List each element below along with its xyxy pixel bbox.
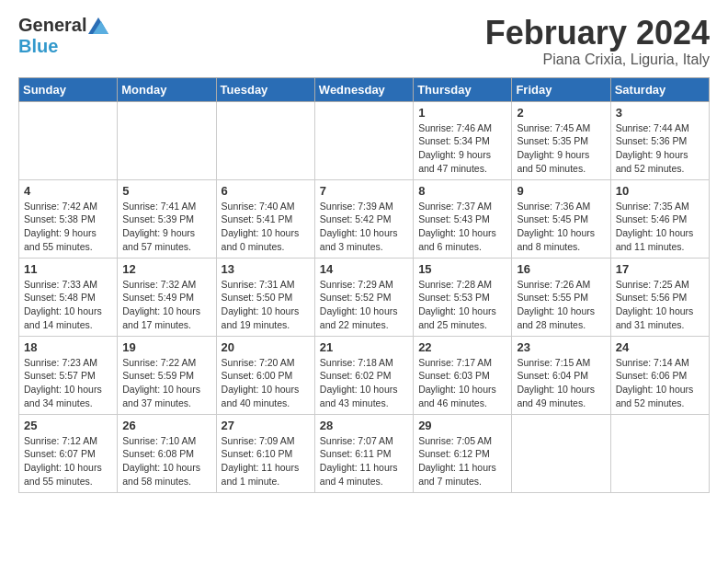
calendar-table: Sunday Monday Tuesday Wednesday Thursday… xyxy=(18,77,710,493)
day-cell: 24Sunrise: 7:14 AMSunset: 6:06 PMDayligh… xyxy=(610,336,709,414)
week-row-4: 25Sunrise: 7:12 AMSunset: 6:07 PMDayligh… xyxy=(19,414,710,492)
day-cell: 28Sunrise: 7:07 AMSunset: 6:11 PMDayligh… xyxy=(314,414,413,492)
day-info: Sunrise: 7:29 AMSunset: 5:52 PMDaylight:… xyxy=(320,278,408,332)
day-info: Sunrise: 7:44 AMSunset: 5:36 PMDaylight:… xyxy=(616,121,704,176)
day-info: Sunrise: 7:42 AMSunset: 5:38 PMDaylight:… xyxy=(24,200,112,254)
day-cell xyxy=(512,414,610,492)
header-saturday: Saturday xyxy=(610,77,709,101)
day-number: 15 xyxy=(418,262,506,276)
day-number: 4 xyxy=(24,184,112,198)
day-cell: 17Sunrise: 7:25 AMSunset: 5:56 PMDayligh… xyxy=(610,258,709,336)
day-number: 18 xyxy=(24,340,112,354)
day-info: Sunrise: 7:09 AMSunset: 6:10 PMDaylight:… xyxy=(222,434,310,488)
day-cell xyxy=(19,101,118,179)
day-number: 27 xyxy=(222,419,310,432)
day-number: 11 xyxy=(24,262,112,276)
day-number: 24 xyxy=(616,340,704,354)
day-number: 6 xyxy=(222,184,310,198)
week-row-3: 18Sunrise: 7:23 AMSunset: 5:57 PMDayligh… xyxy=(19,336,710,414)
day-cell: 1Sunrise: 7:46 AMSunset: 5:34 PMDaylight… xyxy=(414,101,512,179)
day-info: Sunrise: 7:10 AMSunset: 6:08 PMDaylight:… xyxy=(122,434,210,488)
day-number: 12 xyxy=(122,262,210,276)
day-number: 1 xyxy=(418,106,506,120)
day-cell: 8Sunrise: 7:37 AMSunset: 5:43 PMDaylight… xyxy=(414,179,512,258)
day-cell: 23Sunrise: 7:15 AMSunset: 6:04 PMDayligh… xyxy=(512,336,610,414)
day-cell: 6Sunrise: 7:40 AMSunset: 5:41 PMDaylight… xyxy=(216,179,314,258)
calendar-title: February 2024 xyxy=(485,15,710,52)
day-info: Sunrise: 7:25 AMSunset: 5:56 PMDaylight:… xyxy=(616,278,704,332)
day-number: 19 xyxy=(122,340,210,354)
day-info: Sunrise: 7:28 AMSunset: 5:53 PMDaylight:… xyxy=(418,278,506,332)
day-info: Sunrise: 7:40 AMSunset: 5:41 PMDaylight:… xyxy=(222,200,310,254)
day-number: 10 xyxy=(616,184,704,198)
day-number: 28 xyxy=(320,419,408,432)
header-sunday: Sunday xyxy=(19,77,118,101)
day-info: Sunrise: 7:22 AMSunset: 5:59 PMDaylight:… xyxy=(122,356,210,410)
day-cell: 25Sunrise: 7:12 AMSunset: 6:07 PMDayligh… xyxy=(19,414,118,492)
day-info: Sunrise: 7:20 AMSunset: 6:00 PMDaylight:… xyxy=(222,356,310,410)
calendar-subtitle: Piana Crixia, Liguria, Italy xyxy=(485,52,710,68)
day-cell: 16Sunrise: 7:26 AMSunset: 5:55 PMDayligh… xyxy=(512,258,610,336)
day-number: 8 xyxy=(418,184,506,198)
day-info: Sunrise: 7:36 AMSunset: 5:45 PMDaylight:… xyxy=(517,200,605,254)
day-info: Sunrise: 7:33 AMSunset: 5:48 PMDaylight:… xyxy=(24,278,112,332)
title-block: February 2024 Piana Crixia, Liguria, Ita… xyxy=(485,15,710,68)
day-number: 16 xyxy=(517,262,605,276)
day-info: Sunrise: 7:37 AMSunset: 5:43 PMDaylight:… xyxy=(418,200,506,254)
day-info: Sunrise: 7:17 AMSunset: 6:03 PMDaylight:… xyxy=(418,356,506,410)
day-info: Sunrise: 7:23 AMSunset: 5:57 PMDaylight:… xyxy=(24,356,112,410)
day-cell xyxy=(216,101,314,179)
day-number: 21 xyxy=(320,340,408,354)
header-thursday: Thursday xyxy=(414,77,512,101)
header-wednesday: Wednesday xyxy=(314,77,413,101)
day-info: Sunrise: 7:31 AMSunset: 5:50 PMDaylight:… xyxy=(222,278,310,332)
day-cell: 4Sunrise: 7:42 AMSunset: 5:38 PMDaylight… xyxy=(19,179,118,258)
day-number: 5 xyxy=(122,184,210,198)
day-cell: 14Sunrise: 7:29 AMSunset: 5:52 PMDayligh… xyxy=(314,258,413,336)
day-number: 17 xyxy=(616,262,704,276)
day-cell xyxy=(118,101,216,179)
day-info: Sunrise: 7:15 AMSunset: 6:04 PMDaylight:… xyxy=(517,356,605,410)
day-cell: 22Sunrise: 7:17 AMSunset: 6:03 PMDayligh… xyxy=(414,336,512,414)
day-cell: 26Sunrise: 7:10 AMSunset: 6:08 PMDayligh… xyxy=(118,414,216,492)
day-number: 14 xyxy=(320,262,408,276)
weekday-header-row: Sunday Monday Tuesday Wednesday Thursday… xyxy=(19,77,710,101)
day-number: 9 xyxy=(517,184,605,198)
day-number: 22 xyxy=(418,340,506,354)
day-cell: 2Sunrise: 7:45 AMSunset: 5:35 PMDaylight… xyxy=(512,101,610,179)
week-row-2: 11Sunrise: 7:33 AMSunset: 5:48 PMDayligh… xyxy=(19,258,710,336)
logo-general-text: General xyxy=(18,15,86,36)
day-cell xyxy=(314,101,413,179)
day-number: 7 xyxy=(320,184,408,198)
day-cell: 9Sunrise: 7:36 AMSunset: 5:45 PMDaylight… xyxy=(512,179,610,258)
day-info: Sunrise: 7:07 AMSunset: 6:11 PMDaylight:… xyxy=(320,434,408,488)
day-info: Sunrise: 7:32 AMSunset: 5:49 PMDaylight:… xyxy=(122,278,210,332)
week-row-0: 1Sunrise: 7:46 AMSunset: 5:34 PMDaylight… xyxy=(19,101,710,179)
day-info: Sunrise: 7:39 AMSunset: 5:42 PMDaylight:… xyxy=(320,200,408,254)
day-cell: 3Sunrise: 7:44 AMSunset: 5:36 PMDaylight… xyxy=(610,101,709,179)
day-cell xyxy=(610,414,709,492)
header-friday: Friday xyxy=(512,77,610,101)
day-info: Sunrise: 7:18 AMSunset: 6:02 PMDaylight:… xyxy=(320,356,408,410)
day-number: 20 xyxy=(222,340,310,354)
day-cell: 13Sunrise: 7:31 AMSunset: 5:50 PMDayligh… xyxy=(216,258,314,336)
day-number: 13 xyxy=(222,262,310,276)
day-info: Sunrise: 7:41 AMSunset: 5:39 PMDaylight:… xyxy=(122,200,210,254)
day-info: Sunrise: 7:35 AMSunset: 5:46 PMDaylight:… xyxy=(616,200,704,254)
day-number: 25 xyxy=(24,419,112,432)
day-cell: 7Sunrise: 7:39 AMSunset: 5:42 PMDaylight… xyxy=(314,179,413,258)
day-info: Sunrise: 7:05 AMSunset: 6:12 PMDaylight:… xyxy=(418,434,506,488)
day-number: 29 xyxy=(418,419,506,432)
day-cell: 11Sunrise: 7:33 AMSunset: 5:48 PMDayligh… xyxy=(19,258,118,336)
logo-icon xyxy=(88,17,108,34)
day-info: Sunrise: 7:14 AMSunset: 6:06 PMDaylight:… xyxy=(616,356,704,410)
day-cell: 29Sunrise: 7:05 AMSunset: 6:12 PMDayligh… xyxy=(414,414,512,492)
day-cell: 10Sunrise: 7:35 AMSunset: 5:46 PMDayligh… xyxy=(610,179,709,258)
week-row-1: 4Sunrise: 7:42 AMSunset: 5:38 PMDaylight… xyxy=(19,179,710,258)
logo: General Blue xyxy=(18,15,108,57)
day-cell: 12Sunrise: 7:32 AMSunset: 5:49 PMDayligh… xyxy=(118,258,216,336)
header: General Blue February 2024 Piana Crixia,… xyxy=(18,15,710,68)
day-cell: 20Sunrise: 7:20 AMSunset: 6:00 PMDayligh… xyxy=(216,336,314,414)
header-tuesday: Tuesday xyxy=(216,77,314,101)
day-info: Sunrise: 7:12 AMSunset: 6:07 PMDaylight:… xyxy=(24,434,112,488)
